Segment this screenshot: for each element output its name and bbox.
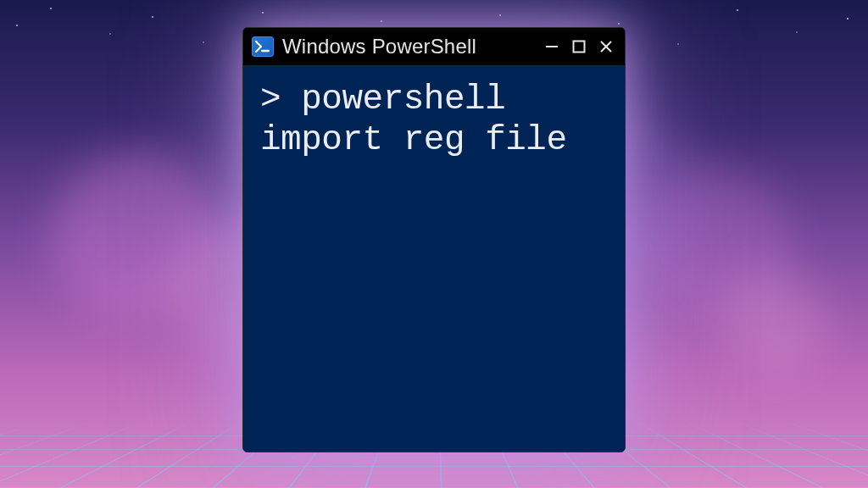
terminal-viewport[interactable]: > powershell import reg file [243,65,625,452]
window-titlebar[interactable]: Windows PowerShell [243,28,625,65]
command-line: > powershell import reg file [260,79,608,161]
command-text: powershell import reg file [260,80,567,159]
svg-rect-2 [574,42,585,53]
maximize-button[interactable] [570,38,587,55]
window-title: Windows PowerShell [282,35,535,58]
powershell-icon [252,36,274,57]
window-controls [543,38,615,55]
close-button[interactable] [598,38,615,55]
bokeh-light [724,271,826,373]
prompt-symbol: > [260,80,301,119]
powershell-window: Windows PowerShell > powershell impor [242,27,626,452]
minimize-button[interactable] [543,38,560,55]
